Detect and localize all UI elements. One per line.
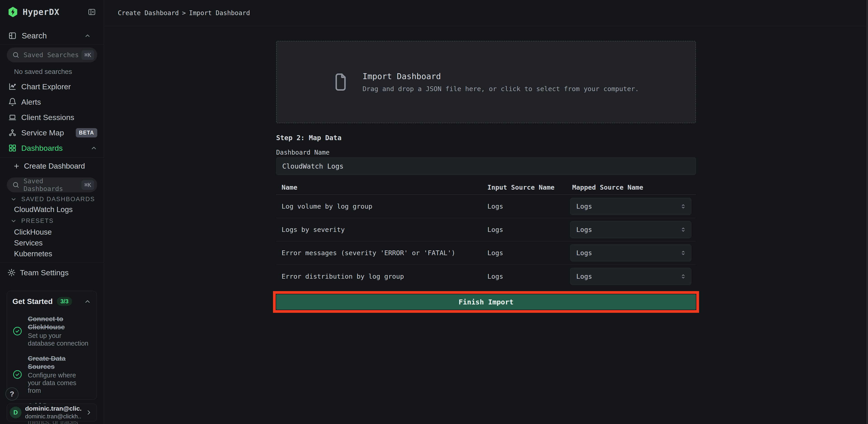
saved-dashboards-input[interactable]: Saved Dashboards ⌘K <box>7 177 97 192</box>
sidebar-item-label: Alerts <box>21 98 41 106</box>
sidebar-item-kubernetes[interactable]: Kubernetes <box>14 250 52 258</box>
create-dashboard-label: Create Dashboard <box>24 162 85 170</box>
search-section-header[interactable]: Search <box>8 31 96 41</box>
sidebar-item-client-sessions[interactable]: Client Sessions <box>0 109 104 125</box>
chart-name: Log volume by log group <box>282 202 372 210</box>
task-title: Connect to ClickHouse <box>28 315 89 331</box>
table-row: Error distribution by log group Logs Log… <box>276 265 696 288</box>
file-icon <box>333 72 348 92</box>
input-source-name: Logs <box>487 226 503 233</box>
dropzone-subtitle: Drag and drop a JSON file here, or click… <box>363 85 639 93</box>
select-value: Logs <box>576 202 592 210</box>
sidebar-item-label: Service Map <box>21 128 64 137</box>
mapped-source-select[interactable]: Logs <box>570 221 691 238</box>
task-subtitle: Configure where your data comes from <box>28 371 89 394</box>
breadcrumb-separator: > <box>182 9 186 17</box>
get-started-title: Get Started <box>12 297 53 306</box>
create-dashboard-button[interactable]: Create Dashboard <box>13 160 85 172</box>
hyperdx-logo-icon <box>8 6 18 18</box>
sidebar-item-services[interactable]: Services <box>14 239 43 247</box>
unfold-chevrons-icon <box>680 273 687 280</box>
import-dropzone[interactable]: Import Dashboard Drag and drop a JSON fi… <box>276 41 696 123</box>
user-name: dominic.tran@clic... <box>25 405 82 412</box>
sidebar-item-clickhouse[interactable]: ClickHouse <box>14 228 52 236</box>
chevron-up-icon <box>90 145 97 152</box>
table-row: Error messages (severity 'ERROR' or 'FAT… <box>276 241 696 265</box>
dashboard-name-label: Dashboard Name <box>276 149 330 156</box>
plus-icon <box>13 163 20 169</box>
dashboard-name-input[interactable] <box>276 157 696 175</box>
service-map-icon <box>8 128 17 137</box>
step-label: Step 2: Map Data <box>276 134 341 142</box>
sidebar-item-team-settings[interactable]: Team Settings <box>7 267 68 279</box>
user-menu[interactable]: D dominic.tran@clic... dominic.tran@clic… <box>7 404 97 421</box>
select-value: Logs <box>576 249 592 257</box>
main-content: Create Dashboard > Import Dashboard Impo… <box>104 0 868 424</box>
sidebar-item-dashboards[interactable]: Dashboards <box>0 140 104 156</box>
input-source-name: Logs <box>487 202 503 210</box>
task-connect-clickhouse[interactable]: Connect to ClickHouse Set up your databa… <box>12 315 91 347</box>
sidebar-item-chart-explorer[interactable]: Chart Explorer <box>0 79 104 94</box>
check-circle-icon <box>12 369 22 380</box>
search-section-label: Search <box>22 31 47 40</box>
table-row: Log volume by log group Logs Logs <box>276 195 696 218</box>
progress-badge: 3/3 <box>57 297 72 306</box>
highlight-annotation: Finish Import <box>273 291 699 313</box>
mapped-source-select[interactable]: Logs <box>570 268 691 285</box>
beta-badge: BETA <box>76 128 97 137</box>
saved-searches-input[interactable]: Saved Searches ⌘K <box>7 47 97 62</box>
get-started-card: Get Started 3/3 Connect to ClickHouse Se… <box>7 291 97 400</box>
chevron-up-icon[interactable] <box>84 298 91 305</box>
breadcrumb-create-dashboard[interactable]: Create Dashboard <box>118 9 179 17</box>
chevron-up-icon <box>84 32 91 39</box>
sidebar-item-label: Chart Explorer <box>21 82 71 91</box>
task-subtitle: Set up your database connection <box>28 332 89 347</box>
sidebar-item-alerts[interactable]: Alerts <box>0 94 104 109</box>
breadcrumb: Create Dashboard > Import Dashboard <box>118 9 250 17</box>
avatar: D <box>10 406 22 418</box>
group-label: PRESETS <box>21 218 54 224</box>
column-header-input-source: Input Source Name <box>487 184 555 191</box>
laptop-icon <box>8 113 17 122</box>
bell-icon <box>8 98 17 106</box>
user-email: dominic.tran@clickh... <box>25 413 82 420</box>
input-source-name: Logs <box>487 249 503 257</box>
saved-dashboards-group-header[interactable]: SAVED DASHBOARDS <box>10 196 95 203</box>
mapping-table: Name Input Source Name Mapped Source Nam… <box>276 182 696 288</box>
sidebar-item-label: Client Sessions <box>21 113 74 122</box>
divider <box>0 157 104 158</box>
finish-import-button[interactable]: Finish Import <box>276 294 696 309</box>
dropzone-title: Import Dashboard <box>363 72 639 81</box>
chart-name: Logs by severity <box>282 226 345 233</box>
input-source-name: Logs <box>487 272 503 280</box>
unfold-chevrons-icon <box>680 250 687 256</box>
column-header-mapped-source: Mapped Source Name <box>572 184 643 191</box>
mapped-source-select[interactable]: Logs <box>570 244 691 261</box>
gear-icon <box>7 268 16 277</box>
select-value: Logs <box>576 226 592 233</box>
presets-group-header[interactable]: PRESETS <box>10 218 54 224</box>
search-icon <box>12 181 20 189</box>
topbar: Create Dashboard > Import Dashboard <box>104 0 868 26</box>
logo-row: HyperDX <box>8 6 96 18</box>
unfold-chevrons-icon <box>680 226 687 233</box>
scrollbar[interactable] <box>866 0 868 424</box>
sidebar-nav: Chart Explorer Alerts Client Sessions <box>0 79 104 156</box>
table-row: Logs by severity Logs Logs <box>276 218 696 241</box>
select-value: Logs <box>576 272 592 280</box>
chart-name: Error messages (severity 'ERROR' or 'FAT… <box>282 249 455 257</box>
task-create-data-sources[interactable]: Create Data Sources Configure where your… <box>12 354 91 394</box>
sidebar-item-service-map[interactable]: Service Map BETA <box>0 125 104 140</box>
app-title: HyperDX <box>23 7 60 17</box>
mapped-source-select[interactable]: Logs <box>570 198 691 215</box>
get-started-header[interactable]: Get Started 3/3 <box>12 297 91 306</box>
sidebar-item-cloudwatch-logs[interactable]: CloudWatch Logs <box>14 205 72 214</box>
shortcut-badge: ⌘K <box>82 50 94 60</box>
chevron-right-icon <box>85 409 93 416</box>
no-saved-searches-text: No saved searches <box>14 68 72 75</box>
help-button[interactable]: ? <box>5 387 19 400</box>
saved-dashboards-placeholder: Saved Dashboards <box>24 177 82 193</box>
breadcrumb-import-dashboard: Import Dashboard <box>189 9 250 17</box>
shortcut-badge: ⌘K <box>82 180 94 190</box>
sidebar-collapse-icon[interactable] <box>87 7 96 17</box>
